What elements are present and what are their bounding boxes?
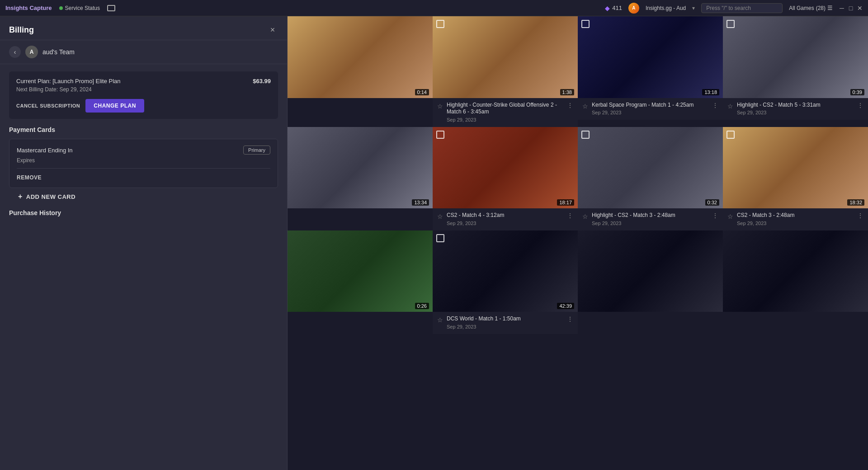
- video-card[interactable]: 0:26: [288, 230, 433, 334]
- video-select-checkbox[interactable]: [726, 20, 735, 28]
- video-thumbnail-bg: [578, 127, 723, 209]
- video-thumbnail-bg: [288, 127, 433, 209]
- more-options-icon[interactable]: ⋮: [712, 212, 718, 219]
- video-title: DCS World - Match 1 - 1:50am: [447, 315, 563, 323]
- video-select-checkbox[interactable]: [436, 20, 444, 28]
- video-meta: DCS World - Match 1 - 1:50amSep 29, 2023: [447, 315, 563, 329]
- video-card[interactable]: 1:38☆Highlight - Counter-Strike Global O…: [433, 16, 578, 127]
- counter-display: ◆ 411: [605, 5, 622, 12]
- change-plan-button[interactable]: CHANGE PLAN: [85, 99, 144, 113]
- monitor-icon[interactable]: [107, 5, 115, 11]
- video-info-bar: ☆DCS World - Match 1 - 1:50amSep 29, 202…: [433, 312, 578, 334]
- video-select-checkbox[interactable]: [581, 131, 590, 139]
- main-content: Billing × ‹ A aud's Team Current Plan: […: [0, 16, 868, 470]
- star-icon[interactable]: ☆: [437, 316, 443, 324]
- video-card[interactable]: 0:14: [288, 16, 433, 127]
- card-name: Mastercard Ending In: [17, 147, 73, 154]
- star-icon[interactable]: ☆: [437, 103, 443, 110]
- video-date: Sep 29, 2023: [737, 110, 854, 115]
- plan-name: Current Plan: [Launch Promo] Elite Plan: [16, 78, 121, 85]
- search-box[interactable]: Press "/" to search: [701, 3, 783, 13]
- video-date: Sep 29, 2023: [447, 221, 563, 226]
- plus-icon: +: [18, 193, 23, 201]
- video-card[interactable]: 13:34: [288, 127, 433, 230]
- video-title: CS2 - Match 4 - 3:12am: [447, 212, 563, 219]
- back-arrow-icon: ‹: [14, 48, 16, 56]
- video-info-bar: ☆Highlight - CS2 - Match 3 - 2:48amSep 2…: [578, 208, 723, 230]
- more-options-icon[interactable]: ⋮: [857, 102, 863, 109]
- back-button[interactable]: ‹: [9, 46, 21, 58]
- add-card-label: ADD NEW CARD: [26, 193, 75, 200]
- diamond-icon: ◆: [605, 5, 610, 12]
- more-options-icon[interactable]: ⋮: [567, 102, 573, 109]
- billing-user-name: aud's Team: [42, 48, 75, 56]
- video-title: Kerbal Space Program - Match 1 - 4:25am: [592, 102, 708, 109]
- star-icon[interactable]: ☆: [582, 103, 588, 110]
- billing-close-button[interactable]: ×: [267, 24, 278, 35]
- video-card[interactable]: 42:39☆DCS World - Match 1 - 1:50amSep 29…: [433, 230, 578, 334]
- video-actions-left: ☆: [437, 103, 443, 110]
- video-info-bar: ☆CS2 - Match 3 - 2:48amSep 29, 2023⋮: [723, 208, 868, 230]
- video-card[interactable]: 0:39☆Highlight - CS2 - Match 5 - 3:31amS…: [723, 16, 868, 127]
- star-icon[interactable]: ☆: [727, 103, 733, 110]
- cancel-subscription-button[interactable]: CANCEL SUBSCRIPTION: [16, 103, 80, 108]
- video-select-checkbox[interactable]: [436, 131, 444, 139]
- minimize-button[interactable]: ─: [839, 5, 844, 11]
- plan-section: Current Plan: [Launch Promo] Elite Plan …: [9, 71, 278, 119]
- star-icon[interactable]: ☆: [437, 213, 443, 220]
- all-games-label: All Games: [789, 5, 814, 11]
- star-icon[interactable]: ☆: [727, 213, 733, 220]
- video-card[interactable]: 13:18☆Kerbal Space Program - Match 1 - 4…: [578, 16, 723, 127]
- more-options-icon[interactable]: ⋮: [857, 212, 863, 219]
- chevron-down-icon[interactable]: ▾: [692, 5, 695, 11]
- video-date: Sep 29, 2023: [447, 117, 563, 122]
- video-card[interactable]: 18:32☆CS2 - Match 3 - 2:48amSep 29, 2023…: [723, 127, 868, 230]
- video-info-bar: ☆Kerbal Space Program - Match 1 - 4:25am…: [578, 98, 723, 120]
- video-select-checkbox[interactable]: [581, 20, 590, 28]
- video-card[interactable]: [723, 230, 868, 334]
- more-options-icon[interactable]: ⋮: [567, 315, 573, 323]
- video-card[interactable]: 0:32☆Highlight - CS2 - Match 3 - 2:48amS…: [578, 127, 723, 230]
- plan-billing-date: Next Billing Date: Sep 29, 2024: [16, 86, 271, 93]
- user-avatar-top: A: [628, 3, 639, 14]
- remove-card-button[interactable]: REMOVE: [17, 174, 42, 181]
- video-select-checkbox[interactable]: [436, 234, 444, 242]
- more-options-icon[interactable]: ⋮: [712, 102, 718, 109]
- video-thumbnail-bg: [433, 16, 578, 98]
- billing-panel: Billing × ‹ A aud's Team Current Plan: […: [0, 16, 288, 470]
- payment-cards-section: Payment Cards Mastercard Ending In Prima…: [0, 126, 287, 203]
- video-info-bar: ☆CS2 - Match 4 - 3:12amSep 29, 2023⋮: [433, 208, 578, 230]
- window-controls: ─ □ ✕: [839, 5, 863, 11]
- video-meta: Highlight - Counter-Strike Global Offens…: [447, 102, 563, 122]
- star-icon[interactable]: ☆: [582, 213, 588, 220]
- video-meta: Highlight - CS2 - Match 5 - 3:31amSep 29…: [737, 102, 854, 116]
- video-thumbnail-wrapper: [578, 230, 723, 312]
- video-card[interactable]: [578, 230, 723, 334]
- video-thumbnail-wrapper: 18:17: [433, 127, 578, 209]
- primary-badge: Primary: [243, 146, 270, 155]
- payment-cards-label: Payment Cards: [9, 126, 278, 133]
- counter-value: 411: [612, 5, 622, 11]
- topbar-right: ◆ 411 A Insights.gg - Aud ▾ Press "/" to…: [605, 3, 863, 14]
- more-options-icon[interactable]: ⋮: [567, 212, 573, 219]
- video-card[interactable]: 18:17☆CS2 - Match 4 - 3:12amSep 29, 2023…: [433, 127, 578, 230]
- video-meta: CS2 - Match 4 - 3:12amSep 29, 2023: [447, 212, 563, 226]
- video-actions-left: ☆: [437, 213, 443, 220]
- maximize-button[interactable]: □: [848, 5, 854, 11]
- video-title: CS2 - Match 3 - 2:48am: [737, 212, 854, 219]
- filter-icon: ☰: [827, 5, 833, 11]
- all-games-button[interactable]: All Games (28) ☰: [789, 5, 833, 11]
- purchase-history-label: Purchase History: [9, 209, 61, 216]
- topbar: Insights Capture Service Status ◆ 411 A …: [0, 0, 868, 16]
- video-duration-label: 42:39: [557, 303, 574, 309]
- add-card-button[interactable]: + ADD NEW CARD: [18, 193, 75, 201]
- video-info-bar: ☆Highlight - Counter-Strike Global Offen…: [433, 98, 578, 127]
- video-grid-container: 0:141:38☆Highlight - Counter-Strike Glob…: [288, 16, 868, 470]
- video-actions-left: ☆: [582, 213, 588, 220]
- video-thumbnail-wrapper: 18:32: [723, 127, 868, 209]
- video-thumbnail-wrapper: 1:38: [433, 16, 578, 98]
- video-actions-left: ☆: [582, 103, 588, 110]
- window-close-button[interactable]: ✕: [857, 5, 863, 11]
- video-select-checkbox[interactable]: [726, 131, 735, 139]
- video-thumbnail-wrapper: 0:32: [578, 127, 723, 209]
